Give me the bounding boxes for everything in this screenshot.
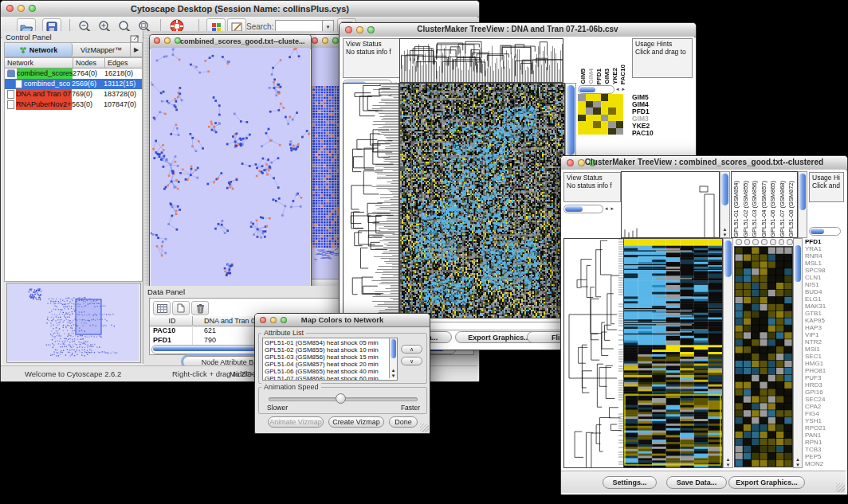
- global-heatmap-panel[interactable]: [623, 238, 723, 468]
- resize-grip[interactable]: [420, 424, 429, 432]
- speed-slider-thumb[interactable]: [336, 393, 346, 404]
- vscroll-thumb[interactable]: [724, 240, 732, 277]
- treeview-combined-titlebar[interactable]: ClusterMaker TreeView : combined_scores_…: [561, 156, 847, 170]
- column-label[interactable]: GPL51-06 (GSM865): [769, 181, 778, 237]
- zoom-matrix-cell[interactable]: [601, 115, 609, 122]
- attribute-list-item[interactable]: GPL51-02 (GSM855) heat shock 10 min: [265, 346, 395, 354]
- gene-label[interactable]: HRD3: [805, 381, 843, 389]
- zoom-matrix-cell[interactable]: [601, 128, 609, 135]
- column-dendrogram-panel[interactable]: [399, 38, 563, 83]
- network-overview-canvas[interactable]: [7, 283, 139, 361]
- attribute-list-item[interactable]: GPL51-06 (GSM865) heat shock 40 min: [265, 368, 395, 375]
- column-label[interactable]: GPL51-07 (GSM868): [779, 181, 787, 237]
- done-button[interactable]: Done: [389, 416, 418, 428]
- attribute-listbox[interactable]: GPL51-01 (GSM854) heat shock 05 minGPL51…: [262, 338, 398, 381]
- scroll-arrows[interactable]: ◂ ▸: [616, 86, 626, 92]
- zoom-matrix-cell[interactable]: [586, 121, 594, 128]
- zoom-matrix-cell[interactable]: [578, 128, 586, 135]
- column-dendrogram-panel[interactable]: [621, 171, 720, 238]
- close-button[interactable]: [154, 37, 160, 44]
- zoom-heatmap-canvas[interactable]: [735, 247, 792, 467]
- gene-label[interactable]: CPA2: [805, 403, 843, 410]
- create-vizmap-button[interactable]: Create Vizmap: [328, 416, 384, 428]
- zoom-matrix-cell[interactable]: [601, 121, 609, 128]
- global-heatmap-canvas[interactable]: [400, 84, 564, 318]
- gene-label[interactable]: RPO21: [805, 424, 843, 432]
- row-dendrogram-panel[interactable]: [343, 83, 399, 318]
- gene-label[interactable]: PAN1: [805, 432, 843, 439]
- column-label[interactable]: PAC10: [619, 64, 626, 84]
- gene-label[interactable]: FIG4: [805, 410, 843, 417]
- zoom-hscrollbar[interactable]: [578, 85, 614, 94]
- zoom-matrix-cell[interactable]: [601, 107, 609, 115]
- gene-label[interactable]: SEC24: [805, 396, 843, 403]
- global-heatmap-canvas[interactable]: [624, 239, 722, 467]
- zoom-matrix-cell[interactable]: [608, 121, 616, 128]
- column-dendrogram-canvas[interactable]: [622, 172, 719, 237]
- network-window-titlebar[interactable]: combined_scores_good.txt--cluste...: [150, 35, 311, 49]
- move-down-button[interactable]: ∨: [401, 357, 422, 365]
- gene-label[interactable]: MAK31: [805, 303, 843, 310]
- column-tree-vscrollbar[interactable]: ▴▾: [720, 171, 730, 238]
- treeview-button-save-data---[interactable]: Save Data...: [666, 476, 727, 489]
- treeview-button-export-graphics---[interactable]: Export Graphics...: [728, 476, 805, 489]
- gene-label[interactable]: GTB1: [805, 310, 843, 317]
- zoom-matrix-cell[interactable]: [578, 121, 586, 128]
- zoom-matrix-cell[interactable]: [601, 101, 609, 108]
- column-label-vscrollbar[interactable]: [798, 171, 807, 238]
- resize-grip[interactable]: [836, 483, 845, 492]
- vscroll-thumb[interactable]: [391, 339, 396, 358]
- zoom-matrix-cell[interactable]: [616, 115, 624, 122]
- row-dendrogram-canvas[interactable]: [564, 239, 623, 467]
- gene-label[interactable]: GPI16: [805, 389, 843, 396]
- dialog-titlebar[interactable]: Map Colors to Network: [255, 314, 430, 327]
- gene-label[interactable]: RPN1: [805, 439, 843, 446]
- column-dendrogram-canvas[interactable]: [400, 39, 563, 82]
- col-header-edges[interactable]: Edges: [105, 58, 142, 68]
- column-label[interactable]: YKE2: [611, 68, 618, 84]
- hints-scrollbar[interactable]: [809, 227, 841, 236]
- attribute-list-scrollbar[interactable]: ▴▾: [389, 338, 397, 378]
- zoom-matrix-cell[interactable]: [593, 94, 601, 101]
- zoom-heatmap-panel[interactable]: [734, 246, 793, 467]
- network-window-clustered[interactable]: combined_scores_good.txt--cluste...: [149, 34, 312, 286]
- tab-overflow-arrow[interactable]: ▶: [130, 43, 142, 57]
- vscroll-arrows[interactable]: ▴▾: [794, 456, 802, 467]
- zoom-button[interactable]: [332, 37, 339, 44]
- zoom-matrix-cell[interactable]: [616, 121, 624, 128]
- gene-label[interactable]: ELG1: [805, 295, 843, 303]
- gene-label[interactable]: PHO81: [805, 367, 843, 374]
- network-table-row[interactable]: RNAPuberNov2+l563(0)107847(0): [5, 100, 142, 110]
- zoom-matrix-cell[interactable]: [586, 115, 594, 122]
- vscroll-thumb[interactable]: [721, 174, 728, 205]
- gene-label[interactable]: HAP3: [805, 324, 843, 331]
- attribute-list-item[interactable]: GPL51-04 (GSM857) heat shock 20 min: [265, 361, 395, 368]
- gene-label[interactable]: HMG1: [805, 360, 843, 367]
- zoom-matrix-cell[interactable]: [586, 128, 594, 135]
- zoom-matrix-cell[interactable]: [616, 94, 624, 101]
- vscroll-thumb[interactable]: [799, 174, 806, 210]
- gene-label[interactable]: SEC1: [805, 353, 843, 360]
- network-canvas[interactable]: [151, 48, 310, 286]
- zoom-matrix-cell[interactable]: [608, 107, 616, 115]
- tab-network[interactable]: Network: [5, 43, 73, 57]
- heatmap-vscrollbar[interactable]: ▴▾: [723, 238, 733, 468]
- zoom-matrix-cell[interactable]: [593, 121, 601, 128]
- row-dendrogram-canvas[interactable]: [344, 84, 398, 318]
- column-label[interactable]: GIM5: [579, 68, 587, 84]
- zoom-matrix-cell[interactable]: [608, 128, 616, 135]
- vscroll-arrows[interactable]: ▴▾: [720, 226, 729, 237]
- scroll-arrows[interactable]: ◂ ▸: [605, 205, 614, 212]
- zoom-matrix-cell[interactable]: [578, 115, 586, 122]
- gene-label[interactable]: KAP95: [805, 317, 843, 324]
- row-label[interactable]: PAC10: [632, 130, 654, 137]
- gene-label[interactable]: NIS1: [805, 281, 843, 288]
- treeview-combined-window[interactable]: ClusterMaker TreeView : combined_scores_…: [560, 155, 848, 495]
- gene-label[interactable]: MSI1: [805, 346, 843, 353]
- zoom-matrix-cell[interactable]: [616, 101, 624, 108]
- zoom-matrix-cell[interactable]: [593, 101, 601, 108]
- tab-vizmapper[interactable]: VizMapper™: [73, 43, 130, 57]
- vscroll-thumb[interactable]: [795, 245, 801, 282]
- gene-label[interactable]: MSL1: [805, 260, 843, 267]
- column-label[interactable]: GPL51-03 (GSM856): [751, 181, 760, 237]
